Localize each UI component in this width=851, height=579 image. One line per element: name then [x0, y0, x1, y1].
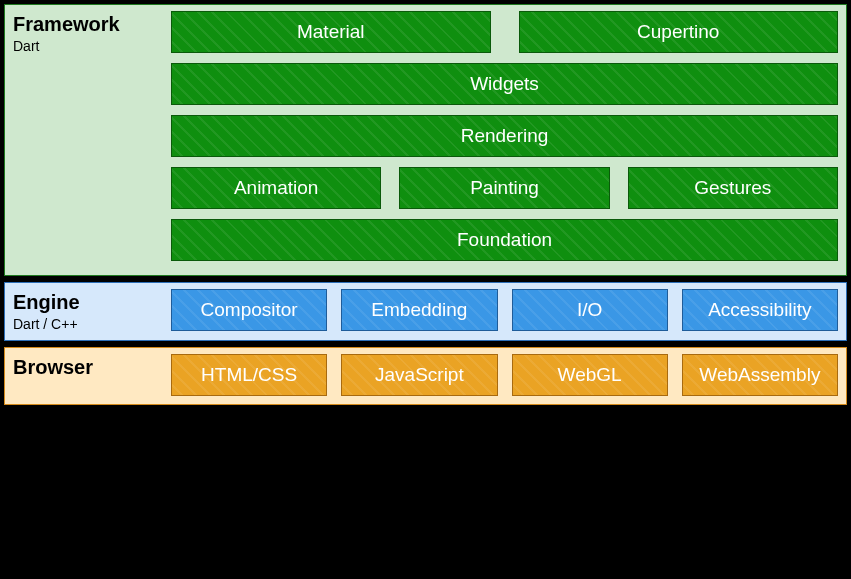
browser-header: Browser [13, 354, 163, 396]
block-label: Compositor [201, 299, 298, 320]
block-cupertino: Cupertino [519, 11, 839, 53]
block-animation: Animation [171, 167, 381, 209]
block-label: Widgets [470, 73, 539, 94]
framework-row-0: Material Cupertino [171, 11, 838, 53]
block-webgl: WebGL [512, 354, 668, 396]
block-gestures: Gestures [628, 167, 838, 209]
block-webassembly: WebAssembly [682, 354, 838, 396]
framework-row-1: Widgets [171, 63, 838, 105]
engine-row-0: Compositor Embedding I/O Accessibility [171, 289, 838, 331]
framework-row-2: Rendering [171, 115, 838, 157]
block-label: I/O [577, 299, 602, 320]
block-label: WebAssembly [699, 364, 820, 385]
block-label: Foundation [457, 229, 552, 250]
block-painting: Painting [399, 167, 609, 209]
block-label: Rendering [461, 125, 549, 146]
framework-body: Material Cupertino Widgets Rendering Ani… [171, 11, 838, 261]
block-io: I/O [512, 289, 668, 331]
framework-row-4: Foundation [171, 219, 838, 261]
block-label: Animation [234, 177, 319, 198]
framework-row-3: Animation Painting Gestures [171, 167, 838, 209]
framework-layer: Framework Dart Material Cupertino Widget… [4, 4, 847, 276]
block-label: WebGL [558, 364, 622, 385]
framework-subtitle: Dart [13, 38, 163, 54]
block-widgets: Widgets [171, 63, 838, 105]
block-label: Cupertino [637, 21, 719, 42]
block-embedding: Embedding [341, 289, 497, 331]
engine-layer: Engine Dart / C++ Compositor Embedding I… [4, 282, 847, 341]
block-label: JavaScript [375, 364, 464, 385]
block-javascript: JavaScript [341, 354, 497, 396]
block-material: Material [171, 11, 491, 53]
browser-title: Browser [13, 356, 163, 379]
block-htmlcss: HTML/CSS [171, 354, 327, 396]
engine-subtitle: Dart / C++ [13, 316, 163, 332]
block-label: Gestures [694, 177, 771, 198]
block-accessibility: Accessibility [682, 289, 838, 331]
block-foundation: Foundation [171, 219, 838, 261]
framework-title: Framework [13, 13, 163, 36]
block-label: Accessibility [708, 299, 811, 320]
block-label: HTML/CSS [201, 364, 297, 385]
browser-body: HTML/CSS JavaScript WebGL WebAssembly [171, 354, 838, 396]
block-label: Painting [470, 177, 539, 198]
engine-header: Engine Dart / C++ [13, 289, 163, 332]
block-rendering: Rendering [171, 115, 838, 157]
framework-header: Framework Dart [13, 11, 163, 261]
block-label: Material [297, 21, 365, 42]
engine-body: Compositor Embedding I/O Accessibility [171, 289, 838, 332]
engine-title: Engine [13, 291, 163, 314]
browser-layer: Browser HTML/CSS JavaScript WebGL WebAss… [4, 347, 847, 405]
block-label: Embedding [371, 299, 467, 320]
browser-row-0: HTML/CSS JavaScript WebGL WebAssembly [171, 354, 838, 396]
block-compositor: Compositor [171, 289, 327, 331]
